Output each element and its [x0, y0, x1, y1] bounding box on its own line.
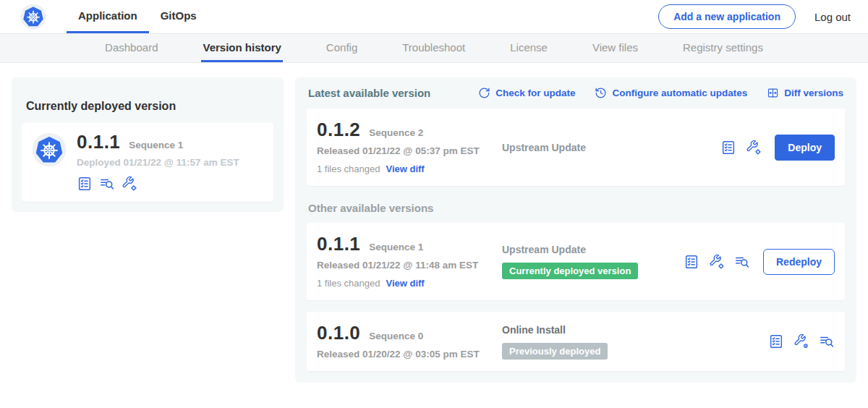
- subnav-license-label: License: [510, 41, 548, 54]
- deploy-button[interactable]: Deploy: [775, 135, 835, 161]
- kubernetes-app-icon: [32, 132, 67, 167]
- version-source-label: Upstream Update: [502, 142, 586, 153]
- view-diff-link[interactable]: View diff: [386, 163, 424, 174]
- tab-gitops-label: GitOps: [161, 9, 197, 22]
- deployed-sequence-label: Sequence 1: [129, 140, 183, 150]
- version-source-label: Upstream Update: [502, 244, 586, 255]
- subnav-config-label: Config: [326, 41, 357, 54]
- redeploy-button[interactable]: Redeploy: [763, 249, 835, 275]
- version-row-actions: [768, 333, 835, 349]
- release-notes-icon[interactable]: [77, 176, 93, 192]
- currently-deployed-card: 0.1.1 Sequence 1 Deployed 01/21/22 @ 11:…: [22, 123, 273, 202]
- version-row-info: 0.1.2 Sequence 2 Released 01/21/22 @ 05:…: [317, 120, 502, 174]
- app-tabs: Application GitOps: [67, 0, 208, 33]
- release-notes-icon[interactable]: [768, 333, 784, 349]
- files-changed-line: 1 files changed View diff: [317, 163, 502, 174]
- log-out-link[interactable]: Log out: [814, 11, 851, 23]
- refresh-icon: [478, 87, 490, 99]
- diff-versions-label: Diff versions: [784, 88, 843, 98]
- subnav-version-history-label: Version history: [203, 41, 281, 54]
- released-timestamp: Released 01/21/22 @ 05:37 pm EST: [317, 145, 502, 156]
- sequence-label: Sequence 0: [369, 331, 423, 341]
- subnav-item-troubleshoot[interactable]: Troubleshoot: [401, 34, 467, 62]
- files-changed-label: 1 files changed: [317, 278, 380, 289]
- release-notes-icon[interactable]: [684, 254, 699, 270]
- currently-deployed-title: Currently deployed version: [22, 98, 273, 113]
- check-for-update-label: Check for update: [495, 88, 575, 98]
- version-row-0-1-1: 0.1.1 Sequence 1 Released 01/21/22 @ 11:…: [307, 223, 845, 300]
- tab-application[interactable]: Application: [67, 0, 149, 33]
- files-changed-label: 1 files changed: [317, 163, 380, 174]
- previously-deployed-badge: Previously deployed: [502, 343, 608, 360]
- sequence-label: Sequence 2: [369, 127, 423, 138]
- version-row-0-1-2: 0.1.2 Sequence 2 Released 01/21/22 @ 05:…: [307, 109, 845, 186]
- check-for-update-link[interactable]: Check for update: [478, 87, 575, 99]
- files-changed-line: 1 files changed View diff: [317, 278, 502, 289]
- latest-version-title: Latest available version: [308, 87, 430, 99]
- subnav-view-files-label: View files: [592, 41, 638, 54]
- config-icon[interactable]: [746, 140, 762, 156]
- tab-gitops[interactable]: GitOps: [149, 0, 208, 33]
- subnav-registry-settings-label: Registry settings: [683, 41, 763, 54]
- preflight-checks-icon[interactable]: [819, 333, 835, 349]
- config-view-icon[interactable]: [793, 333, 809, 349]
- app-sub-nav: Dashboard Version history Config Trouble…: [0, 33, 868, 63]
- subnav-item-view-files[interactable]: View files: [591, 34, 639, 62]
- top-nav: Application GitOps Add a new application…: [0, 0, 868, 33]
- deployed-version-number: 0.1.1: [77, 132, 120, 151]
- release-notes-icon[interactable]: [720, 140, 736, 156]
- deployed-timestamp: Deployed 01/21/22 @ 11:57 am EST: [77, 157, 239, 168]
- version-source-label: Online Install: [502, 324, 566, 336]
- currently-deployed-badge: Currently deployed version: [502, 263, 638, 279]
- configure-automatic-updates-label: Configure automatic updates: [612, 88, 747, 98]
- subnav-item-version-history[interactable]: Version history: [201, 34, 282, 62]
- subnav-item-registry-settings[interactable]: Registry settings: [681, 34, 765, 62]
- currently-deployed-panel: Currently deployed version 0.1.1 Sequenc…: [12, 77, 284, 212]
- version-row-info: 0.1.1 Sequence 1 Released 01/21/22 @ 11:…: [317, 234, 502, 289]
- version-row-actions: Deploy: [720, 135, 835, 161]
- version-history-panel: Latest available version Check for updat…: [295, 77, 856, 383]
- version-number: 0.1.1: [317, 234, 360, 253]
- subnav-item-license[interactable]: License: [509, 34, 549, 62]
- config-icon[interactable]: [709, 254, 725, 270]
- deployed-card-actions: [77, 176, 239, 192]
- version-actions: Check for update Configure automatic upd…: [478, 87, 843, 99]
- subnav-dashboard-label: Dashboard: [105, 41, 158, 54]
- released-timestamp: Released 01/20/22 @ 03:05 pm EST: [317, 349, 502, 360]
- version-row-status: Upstream Update: [502, 142, 720, 153]
- deployed-card-body: 0.1.1 Sequence 1 Deployed 01/21/22 @ 11:…: [77, 132, 239, 192]
- main-content: Currently deployed version 0.1.1 Sequenc…: [0, 63, 868, 397]
- add-new-application-button[interactable]: Add a new application: [658, 4, 796, 29]
- kubernetes-logo-icon: [20, 4, 46, 30]
- tab-application-label: Application: [78, 9, 137, 22]
- subnav-item-dashboard[interactable]: Dashboard: [103, 34, 159, 62]
- version-row-status: Upstream Update Currently deployed versi…: [502, 244, 684, 279]
- released-timestamp: Released 01/21/22 @ 11:48 am EST: [317, 260, 502, 271]
- subnav-troubleshoot-label: Troubleshoot: [402, 41, 465, 54]
- version-row-0-1-0: 0.1.0 Sequence 0 Released 01/20/22 @ 03:…: [307, 312, 845, 371]
- version-number: 0.1.2: [317, 120, 360, 139]
- view-diff-link[interactable]: View diff: [386, 278, 424, 289]
- diff-versions-link[interactable]: Diff versions: [767, 87, 843, 99]
- config-icon[interactable]: [122, 176, 137, 192]
- latest-version-header: Latest available version Check for updat…: [307, 87, 845, 99]
- other-versions-title: Other available versions: [308, 202, 843, 214]
- top-nav-right: Add a new application Log out: [658, 0, 851, 33]
- configure-automatic-updates-link[interactable]: Configure automatic updates: [595, 87, 747, 99]
- preflight-checks-icon[interactable]: [734, 254, 750, 270]
- diff-icon: [767, 87, 779, 99]
- version-row-info: 0.1.0 Sequence 0 Released 01/20/22 @ 03:…: [317, 323, 502, 360]
- sequence-label: Sequence 1: [369, 242, 423, 252]
- preflight-checks-icon[interactable]: [99, 176, 115, 192]
- version-row-status: Online Install Previously deployed: [502, 324, 768, 360]
- deployed-version-line: 0.1.1 Sequence 1: [77, 132, 239, 151]
- subnav-item-config[interactable]: Config: [325, 34, 359, 62]
- version-number: 0.1.0: [317, 323, 360, 342]
- version-row-actions: Redeploy: [684, 249, 835, 275]
- auto-update-icon: [595, 87, 607, 99]
